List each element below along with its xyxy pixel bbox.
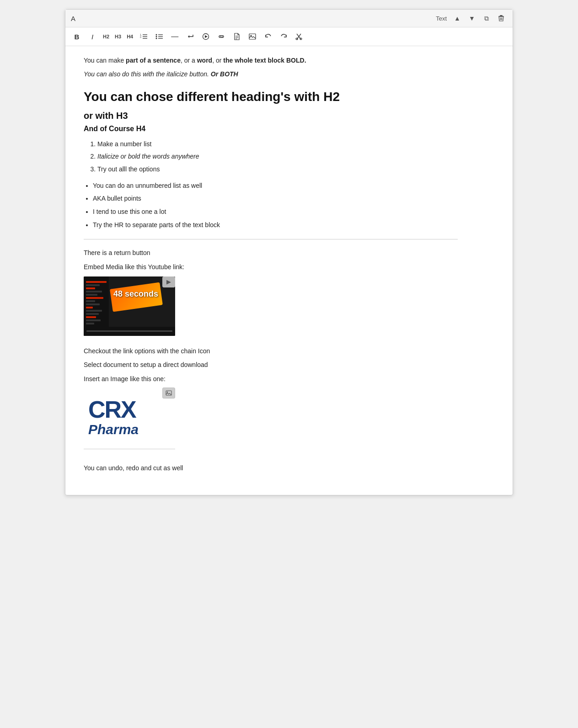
bottom-horizontal-rule	[84, 449, 175, 449]
h4-button[interactable]: H4	[125, 30, 135, 43]
bullet-list: You can do an unnumbered list as well AK…	[93, 180, 494, 231]
undo-demo-line: You can undo, redo and cut as well	[84, 463, 494, 473]
move-up-button[interactable]: ▲	[451, 12, 463, 24]
crx-text: CRX	[88, 398, 171, 421]
plain-text-2: , or a	[181, 57, 197, 64]
title-bar: A Text ▲ ▼ ⧉	[65, 10, 513, 27]
formatting-toolbar: B I H2 H3 H4 1. 2. —	[65, 27, 513, 46]
undo-button[interactable]	[261, 30, 275, 43]
italic-demo-paragraph: You can also do this with the italicize …	[84, 69, 494, 79]
image-button[interactable]	[246, 30, 259, 43]
editor-content: You can make part of a sentence, or a wo…	[65, 46, 513, 495]
h3-button[interactable]: H3	[113, 30, 123, 43]
bold-text-3: the whole text block BOLD.	[223, 57, 306, 64]
image-icon-button[interactable]	[162, 388, 175, 399]
title-bar-controls: Text ▲ ▼ ⧉	[436, 12, 507, 24]
list-item: Italicize or bold the words anywhere	[97, 151, 494, 162]
horizontal-rule	[84, 239, 458, 239]
h3-demo: or with H3	[84, 111, 494, 121]
svg-point-11	[156, 36, 157, 37]
media-button[interactable]	[199, 30, 213, 43]
copy-button[interactable]: ⧉	[481, 12, 492, 24]
svg-rect-0	[500, 15, 503, 16]
unordered-list-button[interactable]	[152, 30, 166, 43]
h2-button[interactable]: H2	[101, 30, 111, 43]
italic-text: You can also do this with the italicize …	[84, 70, 211, 78]
ordered-list: Make a number list Italicize or bold the…	[97, 138, 494, 175]
video-bottom-bar	[84, 327, 175, 336]
block-type-label: Text	[436, 15, 447, 22]
video-code-lines	[86, 281, 107, 326]
italic-bold-text: Or BOTH	[211, 70, 238, 78]
svg-marker-17	[205, 35, 208, 38]
doc-demo-line: Select document to setup a direct downlo…	[84, 360, 494, 370]
bold-demo-paragraph: You can make part of a sentence, or a wo…	[84, 55, 494, 65]
svg-point-12	[156, 38, 157, 39]
svg-point-10	[156, 34, 157, 36]
list-item: Make a number list	[97, 138, 494, 150]
plain-text-3: , or	[212, 57, 223, 64]
crx-pharma-logo: CRX Pharma	[84, 390, 175, 445]
svg-rect-1	[498, 16, 504, 17]
hr-button[interactable]: —	[168, 30, 182, 43]
image-embed-container: CRX Pharma	[84, 388, 175, 445]
bold-text-2: word	[197, 57, 212, 64]
embed-label: Embed Media like this Youtube link:	[84, 262, 494, 272]
h2-demo: You can chose different heading's with H…	[84, 89, 494, 105]
image-demo-label: Insert an Image like this one:	[84, 374, 494, 384]
cut-button[interactable]	[292, 30, 306, 43]
return-demo-line: There is a return button	[84, 248, 494, 258]
list-item: I tend to use this one a lot	[93, 206, 494, 218]
svg-rect-21	[249, 34, 256, 39]
h4-demo: And of Course H4	[84, 125, 494, 133]
link-button[interactable]	[214, 30, 228, 43]
italic-button[interactable]: I	[86, 30, 99, 43]
video-time-text: 48 seconds	[113, 289, 158, 299]
document-button[interactable]	[230, 30, 244, 43]
list-item: AKA bullet points	[93, 192, 494, 205]
main-window: A Text ▲ ▼ ⧉ B I H2 H3 H4	[65, 9, 513, 495]
video-media-icon-button[interactable]: ▶	[162, 276, 175, 287]
list-item: Try the HR to separate parts of the text…	[93, 219, 494, 231]
svg-point-28	[167, 392, 168, 393]
list-item: You can do an unnumbered list as well	[93, 180, 494, 192]
return-button[interactable]	[183, 30, 197, 43]
plain-text-1: You can make	[84, 57, 126, 64]
link-demo-line: Checkout the link options with the chain…	[84, 346, 494, 356]
bold-text-1: part of a sentence	[126, 57, 181, 64]
redo-button[interactable]	[277, 30, 290, 43]
ordered-list-button[interactable]: 1. 2.	[137, 30, 150, 43]
list-item: Try out alll the options	[97, 164, 494, 175]
pharma-text: Pharma	[88, 421, 171, 438]
delete-button[interactable]	[495, 12, 507, 24]
app-logo: A	[71, 15, 75, 22]
move-down-button[interactable]: ▼	[466, 12, 478, 24]
svg-text:2.: 2.	[140, 36, 142, 38]
video-embed-section: 48 seconds ▶	[84, 276, 494, 338]
bold-button[interactable]: B	[70, 30, 84, 43]
video-embed[interactable]: 48 seconds	[84, 276, 175, 336]
